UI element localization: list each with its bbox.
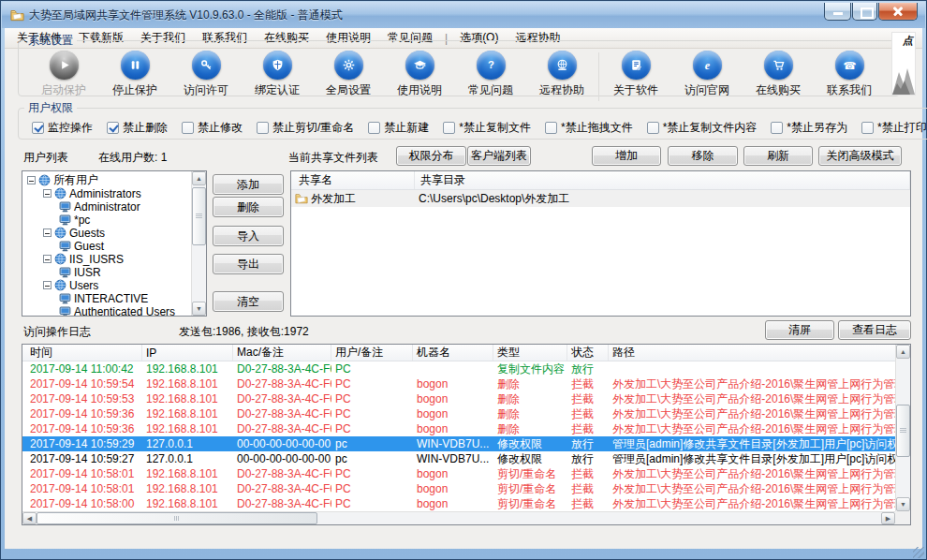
toolbar-bind-authentication[interactable]: 绑定认证 [242, 51, 313, 98]
scroll-right-icon[interactable]: ▶ [881, 512, 895, 524]
refresh-button[interactable]: 刷新 [743, 146, 813, 166]
log-cell: 192.168.8.101 [142, 496, 233, 511]
permission-checkbox-9[interactable]: *禁止打印 [861, 120, 927, 136]
add-user-button[interactable]: 添加 [213, 174, 284, 195]
tree-scroll-thumb[interactable] [192, 187, 206, 245]
log-cell: 127.0.0.1 [142, 436, 233, 451]
close-advanced-mode-button[interactable]: 关闭高级模式 [818, 146, 902, 166]
checkbox-icon [32, 122, 44, 134]
permission-checkbox-0[interactable]: 监控操作 [32, 120, 93, 136]
share-row[interactable]: 外发加工 C:\Users\pc\Desktop\外发加工 [291, 190, 910, 207]
delete-user-button[interactable]: 删除 [213, 197, 284, 217]
toolbar-about-software[interactable]: 关于软件 [600, 51, 671, 98]
permission-checkbox-8[interactable]: *禁止另存为 [771, 120, 847, 136]
import-users-button[interactable]: 导入 [213, 226, 284, 246]
log-vscroll-thumb[interactable] [896, 405, 910, 457]
share-list: 共享名 共享目录 外发加工 C:\Users\pc\Desktop\外发加工 [290, 170, 911, 317]
log-column-0[interactable]: 时间 [22, 345, 142, 361]
toolbar-access-permission[interactable]: 访问许可 [170, 51, 242, 98]
log-row[interactable]: 2017-09-14 10:59:53192.168.8.101D0-27-88… [22, 391, 897, 406]
tree-scrollbar[interactable]: ▲ ▼ [191, 171, 206, 316]
log-hscroll-thumb[interactable] [37, 512, 317, 524]
resize-grip[interactable] [913, 547, 924, 558]
toolbar-stop-protection[interactable]: 停止保护 [99, 51, 170, 98]
toolbar-usage-guide[interactable]: 使用说明 [384, 51, 455, 98]
tree-expander-icon[interactable] [43, 281, 52, 289]
log-hscrollbar[interactable]: ◀ ▶ [22, 511, 895, 524]
log-column-7[interactable]: 路径 [609, 345, 897, 361]
tree-node-users[interactable]: Users [22, 278, 206, 291]
toolbar-global-settings[interactable]: 全局设置 [313, 51, 384, 98]
permission-checkbox-5[interactable]: *禁止复制文件 [443, 120, 531, 136]
toolbar-start-protection: 启动保护 [28, 51, 99, 98]
clear-screen-button[interactable]: 清屏 [765, 320, 834, 340]
scroll-down-icon[interactable]: ▼ [896, 497, 910, 511]
promo-banner[interactable]: 点 [891, 32, 916, 96]
tree-node-authenticated-users[interactable]: Authenticated Users [22, 304, 206, 317]
tree-node-label: Guest [74, 240, 104, 253]
permission-checkbox-6[interactable]: *禁止拖拽文件 [545, 120, 633, 136]
toolbar-remote-assist[interactable]: 远程协助 [526, 51, 597, 98]
log-vscrollbar[interactable]: ▲ ▼ [895, 345, 910, 511]
scroll-up-icon[interactable]: ▲ [896, 345, 910, 359]
log-row[interactable]: 2017-09-14 10:58:00192.168.8.101D0-27-88… [22, 496, 897, 511]
tree-node-guests[interactable]: Guests [22, 226, 206, 239]
tree-expander-icon[interactable] [43, 255, 52, 263]
tree-node-guest[interactable]: Guest [22, 239, 206, 252]
computer-icon [59, 292, 71, 304]
log-row[interactable]: 2017-09-14 10:59:29127.0.0.100-00-00-00-… [22, 436, 897, 451]
log-column-6[interactable]: 状态 [567, 345, 609, 361]
tree-node-iis-iusrs[interactable]: IIS_IUSRS [22, 252, 206, 265]
log-column-1[interactable]: IP [142, 345, 233, 361]
close-button[interactable] [878, 3, 918, 21]
log-cell: 00-00-00-00-00-00 [233, 451, 331, 466]
log-column-2[interactable]: Mac/备注 [233, 345, 331, 361]
log-cell: 删除 [493, 406, 567, 421]
log-row[interactable]: 2017-09-14 10:58:01192.168.8.101D0-27-88… [22, 466, 897, 481]
permission-checkbox-7[interactable]: *禁止复制文件内容 [647, 120, 758, 136]
log-row[interactable]: 2017-09-14 10:59:27127.0.0.100-00-00-00-… [22, 451, 897, 466]
tree-expander-icon[interactable] [43, 189, 52, 198]
log-row[interactable]: 2017-09-14 10:59:54192.168.8.101D0-27-88… [22, 376, 897, 391]
tree-node--pc[interactable]: *pc [22, 213, 206, 226]
tree-node-iusr[interactable]: IUSR [22, 265, 206, 278]
view-logs-button[interactable]: 查看日志 [838, 320, 911, 340]
permission-checkbox-2[interactable]: 禁止修改 [182, 120, 243, 136]
tree-expander-icon[interactable] [43, 228, 52, 237]
share-name-column[interactable]: 共享名 [291, 171, 415, 189]
tree-expander-icon[interactable] [27, 176, 36, 184]
toolbar-contact-us[interactable]: ☎联系我们 [814, 51, 885, 98]
permission-checkbox-3[interactable]: 禁止剪切/重命名 [257, 120, 354, 136]
client-list-button[interactable]: 客户端列表 [467, 146, 531, 166]
scroll-up-icon[interactable]: ▲ [192, 171, 206, 185]
toolbar-buy-online[interactable]: 在线购买 [743, 51, 814, 98]
tree-node-administrator[interactable]: Administrator [22, 199, 206, 213]
scroll-down-icon[interactable]: ▼ [192, 302, 206, 316]
clear-users-button[interactable]: 清空 [213, 291, 284, 312]
share-dir-column[interactable]: 共享目录 [415, 171, 910, 189]
remove-share-button[interactable]: 移除 [668, 146, 738, 166]
log-column-3[interactable]: 用户/备注 [331, 345, 413, 361]
minimize-button[interactable] [824, 3, 851, 21]
scroll-left-icon[interactable]: ◀ [22, 512, 37, 524]
log-row[interactable]: 2017-09-14 10:58:01192.168.8.101D0-27-88… [22, 481, 897, 496]
log-row[interactable]: 2017-09-14 10:59:36192.168.8.101D0-27-88… [22, 406, 897, 421]
log-row[interactable]: 2017-09-14 11:00:42192.168.8.101D0-27-88… [22, 361, 897, 376]
log-cell: 外发加工\大势至公司产品介绍-2016\聚生网管上网行为管理系统 [609, 481, 897, 496]
log-row[interactable]: 2017-09-14 10:59:36192.168.8.101D0-27-88… [22, 421, 897, 436]
title-bar[interactable]: 大势至局域网共享文件管理系统 V10.9.63.0 - 全能版 - 普通模式 [2, 2, 925, 28]
log-cell: 外发加工\大势至公司产品介绍-2016\聚生网管上网行为管理系统 [609, 496, 897, 511]
add-share-button[interactable]: 增加 [592, 146, 661, 166]
tree-node--[interactable]: 所有用户 [22, 173, 206, 186]
log-column-4[interactable]: 机器名 [413, 345, 493, 361]
toolbar-faq[interactable]: ?常见问题 [455, 51, 526, 98]
permission-checkbox-1[interactable]: 禁止删除 [107, 120, 168, 136]
maximize-button[interactable] [852, 3, 877, 21]
export-users-button[interactable]: 导出 [213, 254, 284, 274]
tree-node-interactive[interactable]: INTERACTIVE [22, 291, 206, 304]
permission-distribution-button[interactable]: 权限分布 [396, 146, 466, 166]
log-column-5[interactable]: 类型 [493, 345, 567, 361]
toolbar-visit-website[interactable]: e访问官网 [671, 51, 743, 98]
tree-node-administrators[interactable]: Administrators [22, 186, 206, 199]
permission-checkbox-4[interactable]: 禁止新建 [368, 120, 429, 136]
